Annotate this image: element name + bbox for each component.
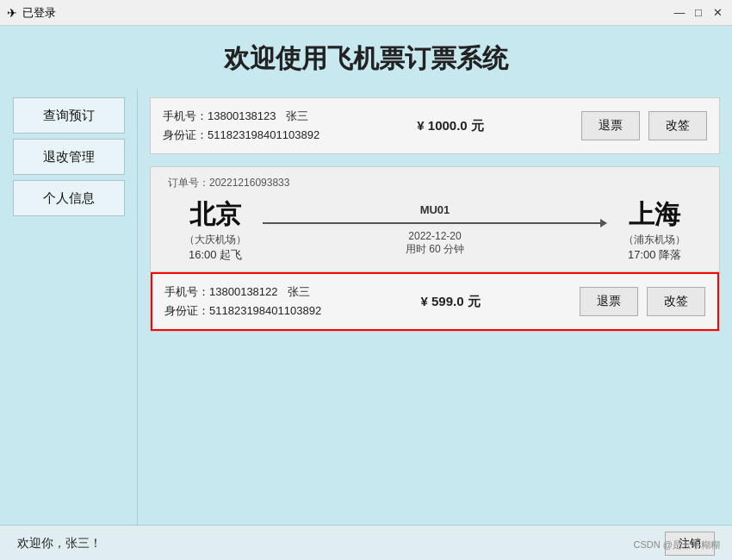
order2-action-row: 手机号：13800138122 张三 身份证：51182319840110389… [151, 272, 719, 331]
order1-phone-name: 手机号：13800138123 张三 [163, 107, 319, 126]
order2-name: 张三 [288, 285, 310, 298]
order2-phone: 13800138122 [209, 285, 278, 298]
order2-idcard-value: 511823198401103892 [209, 304, 321, 317]
main-layout: 查询预订 退改管理 个人信息 手机号：13800138123 张三 身份证：51… [0, 89, 732, 525]
flight-middle: MU01 2022-12-20 用时 60 分钟 [263, 203, 607, 257]
order1-refund-button[interactable]: 退票 [581, 111, 640, 140]
from-time: 16:00 起飞 [168, 247, 263, 263]
order1-actions: 退票 改签 [581, 111, 707, 140]
order2-actions: 退票 改签 [580, 287, 705, 316]
app-icon: ✈ [7, 6, 17, 20]
order2-phone-label: 手机号： [164, 285, 209, 298]
order-info-left-1: 手机号：13800138123 张三 身份证：51182319840110389… [163, 107, 319, 145]
flight-number: MU01 [420, 203, 450, 216]
order2-number: 订单号：20221216093833 [168, 176, 702, 190]
order2-idcard: 身份证：511823198401103892 [164, 302, 321, 320]
from-city-name: 北京 [168, 197, 263, 233]
from-airport: （大庆机场） [168, 233, 263, 247]
flight-detail-2: 订单号：20221216093833 北京 （大庆机场） 16:00 起飞 MU… [151, 167, 719, 272]
sidebar-item-refund[interactable]: 退改管理 [13, 139, 125, 175]
order-info-row-1: 手机号：13800138123 张三 身份证：51182319840110389… [151, 98, 719, 153]
order1-phone-label: 手机号： [163, 109, 208, 122]
order1-idcard: 身份证：511823198401103892 [163, 126, 319, 145]
order1-name: 张三 [286, 109, 308, 122]
order1-phone: 13800138123 [208, 109, 276, 122]
to-city-block: 上海 （浦东机场） 17:00 降落 [607, 197, 702, 263]
watermark: CSDN @是云小糊糊 [634, 538, 720, 551]
flight-date: 2022-12-20 [408, 230, 461, 242]
title-bar-title: 已登录 [22, 5, 56, 21]
app-title: 欢迎使用飞机票订票系统 [0, 26, 732, 89]
order2-idcard-label: 身份证： [164, 304, 209, 317]
order1-price: ¥ 1000.0 元 [417, 118, 484, 134]
arrow-head [600, 219, 607, 227]
welcome-message: 欢迎你，张三！ [17, 536, 102, 551]
sidebar-item-query[interactable]: 查询预订 [13, 97, 125, 134]
content-area: 手机号：13800138123 张三 身份证：51182319840110389… [138, 89, 732, 525]
order-card-1: 手机号：13800138123 张三 身份证：51182319840110389… [150, 97, 720, 154]
to-time: 17:00 降落 [607, 247, 702, 263]
title-bar-controls: — □ ✕ [672, 5, 725, 21]
to-city-name: 上海 [607, 197, 702, 233]
order-card-2: 订单号：20221216093833 北京 （大庆机场） 16:00 起飞 MU… [150, 166, 720, 332]
order1-change-button[interactable]: 改签 [648, 111, 707, 140]
maximize-button[interactable]: □ [691, 5, 706, 21]
order1-idcard-label: 身份证： [163, 128, 208, 141]
sidebar: 查询预订 退改管理 个人信息 [0, 89, 138, 525]
order2-info-left: 手机号：13800138122 张三 身份证：51182319840110389… [164, 283, 321, 320]
title-bar-left: ✈ 已登录 [7, 5, 56, 21]
arrow-line [263, 222, 600, 224]
order2-refund-button[interactable]: 退票 [580, 287, 638, 316]
order2-change-button[interactable]: 改签 [647, 287, 705, 316]
to-airport: （浦东机场） [607, 233, 702, 247]
flight-duration: 用时 60 分钟 [406, 242, 464, 257]
minimize-button[interactable]: — [672, 5, 687, 21]
order2-price: ¥ 599.0 元 [420, 294, 480, 310]
from-city-block: 北京 （大庆机场） 16:00 起飞 [168, 197, 263, 263]
order1-idcard-value: 511823198401103892 [208, 128, 319, 141]
title-bar: ✈ 已登录 — □ ✕ [0, 0, 732, 26]
order2-phone-name: 手机号：13800138122 张三 [164, 283, 321, 302]
flight-route-2: 北京 （大庆机场） 16:00 起飞 MU01 2022-12-20 用时 60… [168, 197, 702, 263]
sidebar-item-profile[interactable]: 个人信息 [13, 180, 125, 216]
close-button[interactable]: ✕ [710, 5, 725, 21]
status-bar: 欢迎你，张三！ 注销 [0, 525, 732, 560]
flight-arrow [263, 219, 607, 227]
